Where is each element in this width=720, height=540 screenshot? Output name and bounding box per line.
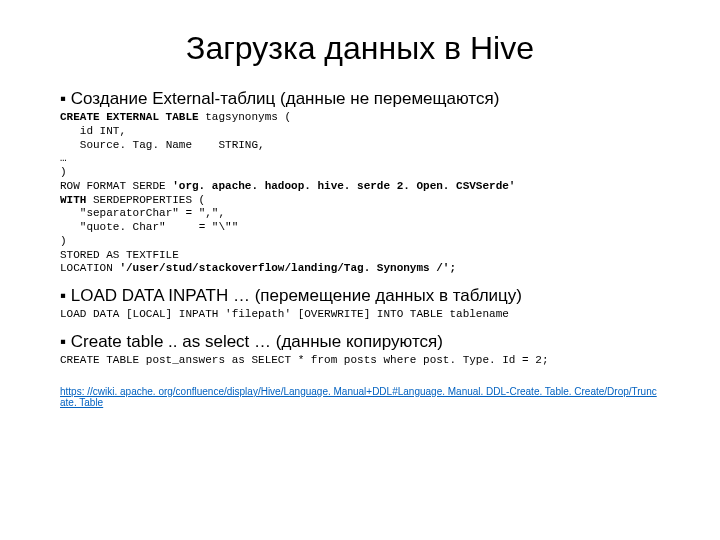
bullet-external-table: Создание External-таблиц (данные не пере… — [60, 89, 660, 109]
code-load-data: LOAD DATA [LOCAL] INPATH 'filepath' [OVE… — [60, 308, 660, 322]
reference-link[interactable]: https: //cwiki. apache. org/confluence/d… — [60, 386, 660, 408]
code-external-table: CREATE EXTERNAL TABLE tagsynonyms ( id I… — [60, 111, 660, 276]
slide-title: Загрузка данных в Hive — [60, 30, 660, 67]
code-create-select: CREATE TABLE post_answers as SELECT * fr… — [60, 354, 660, 368]
bullet-create-select: Create table .. as select … (данные копи… — [60, 332, 660, 352]
bullet-load-data: LOAD DATA INPATH … (перемещение данных в… — [60, 286, 660, 306]
